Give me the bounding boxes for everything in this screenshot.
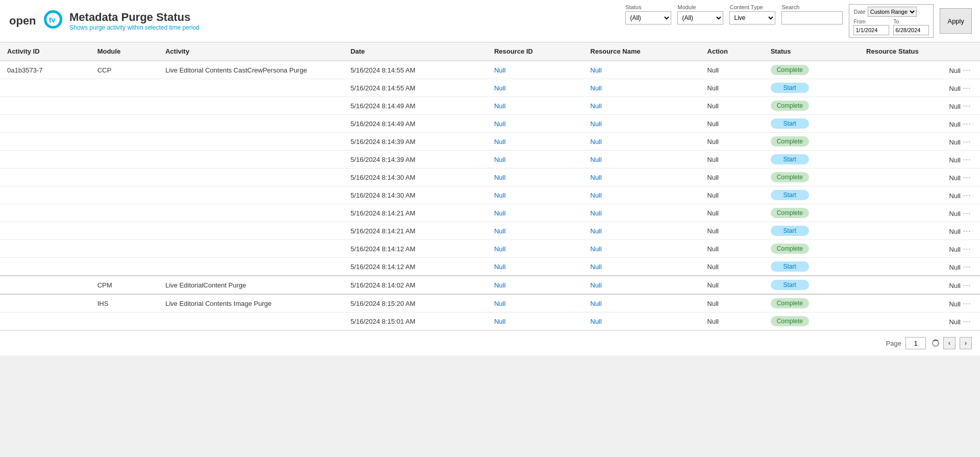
cell-module bbox=[90, 186, 158, 204]
cell-resource-status: Null⋯ bbox=[859, 186, 980, 204]
cell-resource-status: Null⋯ bbox=[859, 133, 980, 151]
resource-id-link[interactable]: Null bbox=[494, 263, 505, 271]
page-input[interactable] bbox=[905, 337, 926, 349]
cell-module bbox=[90, 151, 158, 169]
resource-name-link[interactable]: Null bbox=[591, 209, 602, 217]
cell-resource-id: Null bbox=[487, 186, 583, 204]
cell-date: 5/16/2024 8:14:02 AM bbox=[344, 276, 487, 294]
date-to-input[interactable] bbox=[893, 25, 929, 35]
cell-activity-id bbox=[0, 204, 90, 222]
resource-name-link[interactable]: Null bbox=[591, 227, 602, 235]
content-type-filter-select[interactable]: Live VOD All bbox=[729, 11, 775, 25]
table-row: 5/16/2024 8:14:30 AMNullNullNullComplete… bbox=[0, 169, 980, 186]
cell-resource-status: Null⋯ bbox=[859, 258, 980, 276]
cell-activity bbox=[158, 186, 344, 204]
resource-name-link[interactable]: Null bbox=[591, 120, 602, 128]
cell-resource-name: Null bbox=[583, 151, 700, 169]
date-range-select[interactable]: Custom Range Last 7 Days Last 30 Days La… bbox=[868, 7, 917, 17]
more-options-button[interactable]: ⋯ bbox=[961, 119, 973, 129]
more-options-button[interactable]: ⋯ bbox=[961, 280, 973, 290]
date-inputs: From To bbox=[853, 19, 929, 35]
date-from-input[interactable] bbox=[853, 25, 889, 35]
next-page-button[interactable]: › bbox=[960, 337, 972, 349]
cell-activity-id bbox=[0, 97, 90, 115]
title-area: Metadata Purge Status Shows purge activi… bbox=[69, 11, 200, 31]
resource-id-link[interactable]: Null bbox=[494, 120, 505, 128]
col-resource-status: Resource Status bbox=[859, 42, 980, 61]
more-options-button[interactable]: ⋯ bbox=[961, 65, 973, 75]
more-options-button[interactable]: ⋯ bbox=[961, 83, 973, 93]
cell-date: 5/16/2024 8:14:39 AM bbox=[344, 133, 487, 151]
status-badge: Complete bbox=[771, 298, 809, 308]
col-date: Date bbox=[344, 42, 487, 61]
page-label: Page bbox=[886, 340, 901, 347]
prev-page-button[interactable]: ‹ bbox=[943, 337, 955, 349]
more-options-button[interactable]: ⋯ bbox=[961, 299, 973, 308]
table-row: CPMLive EditorialContent Purge5/16/2024 … bbox=[0, 276, 980, 294]
resource-id-link[interactable]: Null bbox=[494, 174, 505, 181]
resource-id-link[interactable]: Null bbox=[494, 84, 505, 92]
cell-status: Start bbox=[764, 79, 859, 97]
table-row: 5/16/2024 8:14:21 AMNullNullNullComplete… bbox=[0, 204, 980, 222]
resource-name-link[interactable]: Null bbox=[591, 138, 602, 146]
cell-resource-id: Null bbox=[487, 240, 583, 258]
resource-id-link[interactable]: Null bbox=[494, 318, 505, 325]
cell-module bbox=[90, 222, 158, 240]
resource-name-link[interactable]: Null bbox=[591, 263, 602, 271]
cell-activity bbox=[158, 240, 344, 258]
table-header: Activity ID Module Activity Date Resourc… bbox=[0, 42, 980, 61]
more-options-button[interactable]: ⋯ bbox=[961, 173, 973, 182]
cell-date: 5/16/2024 8:14:39 AM bbox=[344, 151, 487, 169]
resource-name-link[interactable]: Null bbox=[591, 102, 602, 110]
resource-id-link[interactable]: Null bbox=[494, 156, 505, 163]
cell-activity bbox=[158, 79, 344, 97]
cell-activity bbox=[158, 312, 344, 330]
resource-id-link[interactable]: Null bbox=[494, 300, 505, 307]
cell-resource-id: Null bbox=[487, 312, 583, 330]
more-options-button[interactable]: ⋯ bbox=[961, 208, 973, 218]
cell-activity-id bbox=[0, 115, 90, 133]
resource-name-link[interactable]: Null bbox=[591, 281, 602, 289]
module-filter-select[interactable]: (All) CCP CPM IHS bbox=[677, 11, 723, 25]
resource-id-link[interactable]: Null bbox=[494, 227, 505, 235]
resource-name-link[interactable]: Null bbox=[591, 84, 602, 92]
resource-id-link[interactable]: Null bbox=[494, 281, 505, 289]
resource-name-link[interactable]: Null bbox=[591, 245, 602, 253]
resource-name-link[interactable]: Null bbox=[591, 191, 602, 199]
col-resource-name: Resource Name bbox=[583, 42, 700, 61]
more-options-button[interactable]: ⋯ bbox=[961, 317, 973, 326]
resource-name-link[interactable]: Null bbox=[591, 156, 602, 163]
status-filter-select[interactable]: (All) Complete Start Error bbox=[625, 11, 671, 25]
table-row: 0a1b3573-7CCPLive Editorial Contents Cas… bbox=[0, 61, 980, 79]
search-input[interactable] bbox=[781, 11, 843, 25]
cell-activity-id bbox=[0, 133, 90, 151]
cell-status: Start bbox=[764, 258, 859, 276]
resource-name-link[interactable]: Null bbox=[591, 66, 602, 74]
page-progress-icon bbox=[932, 340, 939, 347]
resource-id-link[interactable]: Null bbox=[494, 191, 505, 199]
more-options-button[interactable]: ⋯ bbox=[961, 155, 973, 164]
status-badge: Start bbox=[771, 118, 809, 129]
cell-resource-status: Null⋯ bbox=[859, 204, 980, 222]
resource-id-link[interactable]: Null bbox=[494, 102, 505, 110]
resource-id-link[interactable]: Null bbox=[494, 209, 505, 217]
resource-id-link[interactable]: Null bbox=[494, 138, 505, 146]
resource-id-link[interactable]: Null bbox=[494, 66, 505, 74]
cell-status: Complete bbox=[764, 294, 859, 312]
status-badge: Start bbox=[771, 154, 809, 164]
more-options-button[interactable]: ⋯ bbox=[961, 226, 973, 236]
table-container: Activity ID Module Activity Date Resourc… bbox=[0, 42, 980, 330]
resource-id-link[interactable]: Null bbox=[494, 245, 505, 253]
more-options-button[interactable]: ⋯ bbox=[961, 262, 973, 272]
more-options-button[interactable]: ⋯ bbox=[961, 244, 973, 254]
apply-button[interactable]: Apply bbox=[940, 8, 972, 34]
more-options-button[interactable]: ⋯ bbox=[961, 190, 973, 200]
more-options-button[interactable]: ⋯ bbox=[961, 137, 973, 147]
cell-status: Start bbox=[764, 151, 859, 169]
resource-name-link[interactable]: Null bbox=[591, 174, 602, 181]
resource-name-link[interactable]: Null bbox=[591, 300, 602, 307]
svg-text:open: open bbox=[9, 14, 36, 27]
resource-name-link[interactable]: Null bbox=[591, 318, 602, 325]
cell-action: Null bbox=[700, 151, 764, 169]
more-options-button[interactable]: ⋯ bbox=[961, 101, 973, 111]
